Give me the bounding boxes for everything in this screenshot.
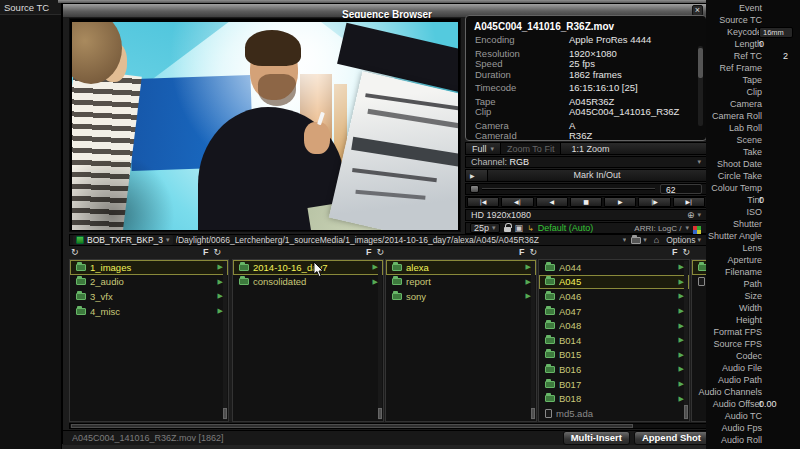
list-item[interactable]: B018 ▶ [539,391,689,406]
transport-button[interactable]: |▶ [638,197,670,207]
slider-thumb[interactable] [470,185,479,193]
left-rail-source-tc-label: Source TC [0,0,61,15]
sidebar-field-value: 0.00 [759,398,777,410]
zoom-to-fit-button[interactable]: Zoom To Fit [501,143,561,154]
folder-icon [239,264,249,271]
sidebar-field-label: Audio Channels [698,386,762,398]
chevron-down-icon: ▾ [697,158,701,166]
volume-dropdown[interactable]: BOB_TXFR_BKP_3 ▾ [73,235,173,245]
mark-in-out-button[interactable]: Mark In/Out [488,170,706,181]
rgb-swatch-icon[interactable] [693,226,697,230]
format-settings-icon[interactable]: ⊕ [687,210,695,220]
window-footer: A045C004_141016_R36Z.mov [1862] Multi-In… [63,430,713,445]
scene-man-hand [304,122,330,154]
frame-rate-dropdown[interactable]: 25p ▾ [470,223,500,233]
list-item[interactable]: A044 ▶ [539,260,689,275]
format-dropdown[interactable]: HD 1920x1080 ⊕ ▾ [465,209,707,221]
transport-button[interactable]: ■ [570,197,602,207]
channel-dropdown[interactable]: Channel: RGB ▾ [465,156,707,168]
list-item[interactable]: A046 ▶ [539,289,689,304]
sidebar-field-row: Tint 0 [706,194,800,206]
horizontal-scrollbar[interactable] [69,423,707,429]
sidebar-field-row: Width [706,302,800,314]
colourspace-default-label[interactable]: Default (Auto) [538,223,594,233]
transport-button[interactable]: ▶ [604,197,636,207]
home-icon: ⌂ [654,235,659,245]
slider-track[interactable] [482,188,655,190]
path-dropdown[interactable]: /Daylight/0066_Lerchenberg/1_sourceMedia… [176,235,627,245]
list-item[interactable]: alexa ▶ [386,260,536,275]
column-scrollbar[interactable] [378,261,382,420]
multi-insert-button[interactable]: Multi-Insert [563,431,630,445]
sidebar-field-label: Take [743,146,762,158]
column-scrollbar[interactable] [684,261,688,420]
info-scrollbar[interactable] [698,46,703,126]
list-item[interactable]: B014 ▶ [539,333,689,348]
metadata-sidebar: Event Source TC Keycode 16mm Length 0 [706,0,800,449]
list-item[interactable]: A047 ▶ [539,304,689,319]
play-toggle-button[interactable]: ▶ [466,170,488,181]
column-scrollbar[interactable] [531,261,535,420]
refresh-icon[interactable]: ↻ [214,247,222,258]
list-item[interactable]: 3_vfx ▶ [70,289,228,304]
folder-icon [545,395,555,402]
one-to-one-zoom-button[interactable]: 1:1 Zoom [561,143,706,154]
list-item[interactable]: B015 ▶ [539,348,689,363]
list-item[interactable]: md5.ada [692,275,707,290]
sidebar-field-label: Length [734,38,762,50]
sidebar-field-list: Event Source TC Keycode 16mm Length 0 [706,2,800,446]
list-item[interactable]: A045 ▶ [539,275,689,290]
filter-icon[interactable]: F [203,247,209,258]
list-item[interactable]: sony ▶ [386,289,536,304]
chevron-down-icon: ▾ [643,236,647,244]
clip-info-row: Timecode 16:15:16:10 [25] [466,83,706,94]
chevron-down-icon: ▾ [685,224,689,232]
list-item[interactable]: B016 ▶ [539,362,689,377]
list-item[interactable]: A045R36Z ▶ [692,260,707,275]
filter-icon[interactable]: F [519,247,525,258]
refresh-icon[interactable]: ↻ [530,247,538,258]
options-dropdown[interactable]: Options ▾ [664,235,703,245]
list-item[interactable]: B017 ▶ [539,377,689,392]
list-item[interactable]: 2_audio ▶ [70,275,228,290]
list-item[interactable]: 2014-10-16_day7 ▶ [233,260,383,275]
column-scrollbar[interactable] [223,261,227,420]
card-icon[interactable]: ▣ [515,223,524,233]
transport-button[interactable]: ▶| [673,197,705,207]
refresh-icon[interactable]: ↻ [377,247,385,258]
chevron-down-icon: ▾ [166,236,170,244]
list-item[interactable]: report ▶ [386,275,536,290]
transport-button[interactable]: |◀ [467,197,499,207]
sidebar-field-row: Tape [706,74,800,86]
zoom-mode-row: Full ▾ Zoom To Fit 1:1 Zoom [465,142,707,155]
folder-button[interactable]: ▾ [629,236,649,244]
list-item[interactable]: A048 ▶ [539,318,689,333]
lock-icon[interactable] [504,227,511,232]
list-item[interactable]: consolidated ▶ [233,275,383,290]
screen: Source TC Sequence Browser × [0,0,800,449]
source-colourspace-label[interactable]: ARRI: LogC / [634,224,681,233]
list-item[interactable]: 1_images ▶ [70,260,228,275]
folder-icon [545,322,555,329]
sidebar-field-row: Ref Frame [706,62,800,74]
zoom-full-dropdown[interactable]: Full ▾ [466,143,501,154]
frame-counter-field[interactable]: 62 [660,184,702,194]
refresh-icon[interactable]: ↻ [71,247,79,258]
list-item[interactable]: 4_misc ▶ [70,304,228,319]
home-button[interactable]: ⌂ [652,235,661,245]
sidebar-field-row: Scene [706,134,800,146]
transport-button[interactable]: ◀| [501,197,533,207]
refresh-icon[interactable]: ↻ [683,247,691,258]
filter-icon[interactable]: F [366,247,372,258]
folder-icon [545,366,555,373]
clip-info-value: R36Z [569,131,592,141]
sidebar-field-row: Audio Roll [706,434,800,446]
sidebar-field-row: Aperture [706,254,800,266]
sidebar-field-label: Audio File [722,362,762,374]
filter-icon[interactable]: F [672,247,678,258]
transport-button[interactable]: ◀ [536,197,568,207]
volume-icon [76,236,84,244]
list-item[interactable]: md5.ada [539,406,689,421]
append-shot-button[interactable]: Append Shot [634,431,709,445]
video-viewer [69,18,461,232]
